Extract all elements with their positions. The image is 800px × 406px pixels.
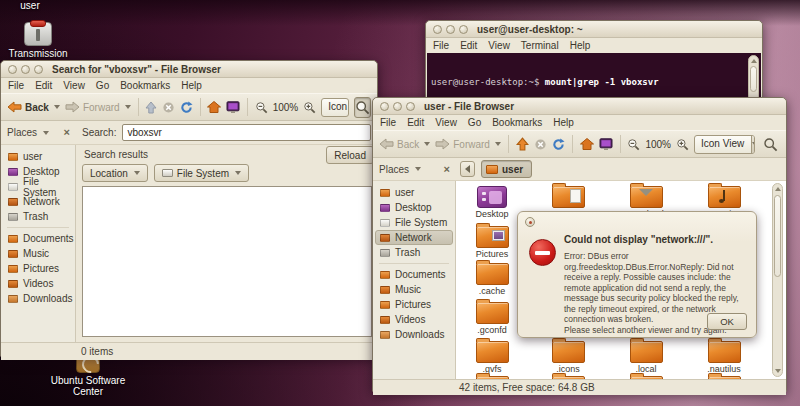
- back-button[interactable]: Back: [379, 138, 430, 150]
- filter-location-button[interactable]: Location: [82, 164, 148, 182]
- menu-go[interactable]: Go: [468, 117, 481, 128]
- sidebar-item-music[interactable]: Music: [375, 282, 453, 297]
- menu-edit[interactable]: Edit: [460, 40, 477, 51]
- sidebar-item-videos[interactable]: Videos: [375, 312, 453, 327]
- file-window-titlebar[interactable]: user - File Browser: [373, 98, 786, 115]
- forward-dropdown-icon[interactable]: [125, 105, 131, 109]
- sidebar-item-trash[interactable]: Trash: [375, 245, 453, 260]
- menu-file[interactable]: File: [8, 80, 24, 91]
- path-history-button[interactable]: [460, 161, 475, 177]
- file-item-nautilus[interactable]: .nautilus: [688, 336, 760, 374]
- path-button-user[interactable]: user: [481, 160, 532, 178]
- minimize-button[interactable]: [393, 102, 402, 111]
- scrollbar-thumb[interactable]: [774, 195, 781, 277]
- zoom-in-button[interactable]: [676, 138, 689, 151]
- menu-help[interactable]: Help: [181, 80, 202, 91]
- sidebar-item-filesystem[interactable]: File System: [3, 179, 73, 194]
- menu-help[interactable]: Help: [570, 40, 591, 51]
- menu-file[interactable]: File: [433, 40, 449, 51]
- scroll-down-icon[interactable]: [775, 369, 781, 373]
- scrollbar-thumb[interactable]: [750, 66, 757, 92]
- maximize-button[interactable]: [34, 65, 43, 74]
- forward-dropdown-icon[interactable]: [495, 142, 501, 146]
- close-button[interactable]: [8, 65, 17, 74]
- menu-view[interactable]: View: [63, 80, 85, 91]
- menu-file[interactable]: File: [380, 117, 396, 128]
- sidebar-item-trash[interactable]: Trash: [3, 209, 73, 224]
- menu-view[interactable]: View: [488, 40, 510, 51]
- content-scrollbar[interactable]: [772, 183, 783, 377]
- stop-button[interactable]: [534, 138, 547, 151]
- up-button[interactable]: [145, 101, 157, 114]
- close-button[interactable]: [380, 102, 389, 111]
- forward-button[interactable]: Forward: [435, 138, 501, 150]
- back-button[interactable]: Back: [7, 101, 60, 113]
- scroll-up-icon[interactable]: [751, 59, 757, 63]
- minimize-button[interactable]: [21, 65, 30, 74]
- filter-filesystem-button[interactable]: File System: [154, 164, 249, 182]
- ok-button[interactable]: OK: [707, 313, 747, 330]
- menu-bookmarks[interactable]: Bookmarks: [492, 117, 542, 128]
- places-pane-header[interactable]: Places ×: [1, 127, 76, 138]
- menu-edit[interactable]: Edit: [35, 80, 52, 91]
- back-dropdown-icon[interactable]: [54, 105, 60, 109]
- close-side-pane-icon[interactable]: ×: [64, 127, 70, 138]
- stop-button[interactable]: [162, 101, 175, 114]
- reload-button[interactable]: [180, 101, 193, 114]
- file-item-icons[interactable]: .icons: [532, 336, 604, 374]
- sidebar-item-documents[interactable]: Documents: [375, 267, 453, 282]
- view-mode-select[interactable]: Icon View: [694, 135, 755, 154]
- menu-help[interactable]: Help: [553, 117, 574, 128]
- maximize-button[interactable]: [406, 102, 415, 111]
- zoom-out-button[interactable]: [255, 101, 268, 114]
- desktop-icon-transmission[interactable]: Transmission: [8, 22, 68, 59]
- search-input[interactable]: [122, 124, 371, 141]
- sidebar-item-desktop[interactable]: Desktop: [375, 200, 453, 215]
- minimize-button[interactable]: [446, 25, 455, 34]
- sidebar-item-pictures[interactable]: Pictures: [375, 297, 453, 312]
- maximize-button[interactable]: [459, 25, 468, 34]
- places-pane-header[interactable]: Places ×: [373, 164, 456, 175]
- close-side-pane-icon[interactable]: ×: [444, 164, 450, 175]
- search-window-titlebar[interactable]: Search for "vboxsvr" - File Browser: [1, 61, 377, 78]
- reload-button[interactable]: [552, 138, 565, 151]
- file-item-local[interactable]: .local: [610, 336, 682, 374]
- home-button[interactable]: [580, 138, 594, 150]
- menu-edit[interactable]: Edit: [407, 117, 424, 128]
- dialog-close-button[interactable]: [525, 217, 535, 227]
- computer-button[interactable]: [599, 138, 613, 151]
- menu-terminal[interactable]: Terminal: [521, 40, 559, 51]
- sidebar-item-pictures[interactable]: Pictures: [3, 261, 73, 276]
- file-item-partial[interactable]: [610, 371, 682, 379]
- desktop-icon-user[interactable]: user: [8, 0, 52, 11]
- search-toggle-button[interactable]: [354, 97, 371, 118]
- file-item-gvfs[interactable]: .gvfs: [456, 336, 528, 374]
- sidebar-item-network-selected[interactable]: Network: [375, 230, 453, 245]
- reload-results-button[interactable]: Reload: [326, 146, 374, 164]
- search-button[interactable]: [760, 134, 780, 155]
- menu-bookmarks[interactable]: Bookmarks: [120, 80, 170, 91]
- menu-view[interactable]: View: [435, 117, 457, 128]
- file-item-partial[interactable]: [532, 371, 604, 379]
- sidebar-item-music[interactable]: Music: [3, 246, 73, 261]
- up-button[interactable]: [516, 137, 529, 151]
- sidebar-item-user[interactable]: user: [3, 149, 73, 164]
- sidebar-item-videos[interactable]: Videos: [3, 276, 73, 291]
- scroll-up-icon[interactable]: [775, 187, 781, 191]
- sidebar-item-documents[interactable]: Documents: [3, 231, 73, 246]
- zoom-in-button[interactable]: [303, 101, 316, 114]
- sidebar-item-downloads[interactable]: Downloads: [3, 291, 73, 306]
- places-dropdown-icon[interactable]: [43, 131, 49, 135]
- search-results-list[interactable]: [82, 186, 372, 337]
- sidebar-item-filesystem[interactable]: File System: [375, 215, 453, 230]
- view-mode-select[interactable]: Icon View: [321, 98, 349, 117]
- sidebar-item-downloads[interactable]: Downloads: [375, 327, 453, 342]
- terminal-titlebar[interactable]: user@user-desktop: ~: [426, 21, 762, 38]
- file-item-partial[interactable]: [456, 371, 528, 379]
- back-dropdown-icon[interactable]: [424, 142, 430, 146]
- forward-button[interactable]: Forward: [65, 101, 131, 113]
- file-item-partial[interactable]: [688, 371, 760, 379]
- computer-button[interactable]: [226, 101, 240, 114]
- places-dropdown-icon[interactable]: [415, 167, 421, 171]
- zoom-out-button[interactable]: [627, 138, 640, 151]
